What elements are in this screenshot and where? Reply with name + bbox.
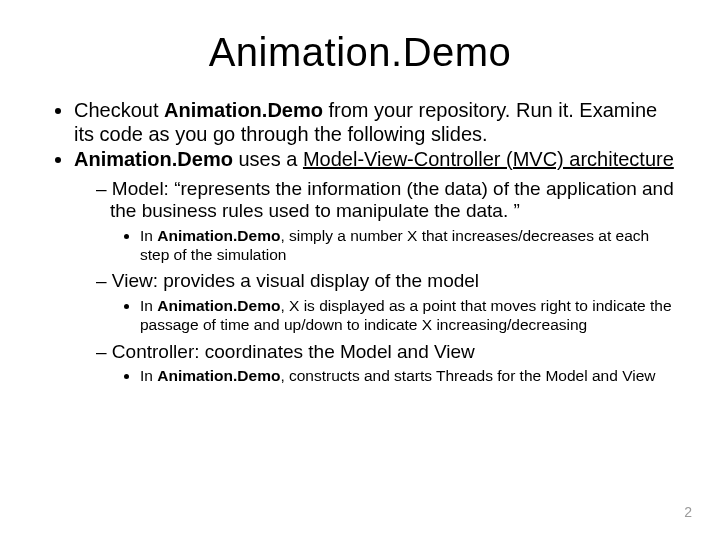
sub-label: Controller: — [112, 341, 205, 362]
detail-controller: In Animation.Demo, constructs and starts… — [140, 367, 680, 386]
text-bold: Animation.Demo — [157, 367, 280, 384]
detail-list: In Animation.Demo, X is displayed as a p… — [110, 297, 680, 335]
bullet-list: Checkout Animation.Demo from your reposi… — [40, 99, 680, 386]
text: Checkout — [74, 99, 164, 121]
text: provides a visual display of the model — [163, 270, 479, 291]
slide: Animation.Demo Checkout Animation.Demo f… — [0, 0, 720, 540]
detail-list: In Animation.Demo, simply a number X tha… — [110, 227, 680, 265]
detail-model: In Animation.Demo, simply a number X tha… — [140, 227, 680, 265]
sub-model: Model: “represents the information (the … — [96, 178, 680, 265]
text: coordinates the Model and View — [205, 341, 475, 362]
text: “represents the information (the data) o… — [110, 178, 674, 221]
text: In — [140, 367, 157, 384]
sub-list: Model: “represents the information (the … — [74, 178, 680, 386]
text-bold: Animation.Demo — [164, 99, 323, 121]
text-bold: Animation.Demo — [157, 227, 280, 244]
bullet-checkout: Checkout Animation.Demo from your reposi… — [74, 99, 680, 146]
text: uses a — [233, 148, 303, 170]
bullet-mvc: Animation.Demo uses a Model-View-Control… — [74, 148, 680, 386]
detail-list: In Animation.Demo, constructs and starts… — [110, 367, 680, 386]
slide-title: Animation.Demo — [40, 30, 680, 75]
detail-view: In Animation.Demo, X is displayed as a p… — [140, 297, 680, 335]
link-mvc[interactable]: Model-View-Controller (MVC) architecture — [303, 148, 674, 170]
text-bold: Animation.Demo — [157, 297, 280, 314]
sub-view: View: provides a visual display of the m… — [96, 270, 680, 334]
text: In — [140, 227, 157, 244]
sub-label: Model: — [112, 178, 174, 199]
text: , constructs and starts Threads for the … — [280, 367, 655, 384]
sub-label: View: — [112, 270, 163, 291]
page-number: 2 — [684, 504, 692, 520]
sub-controller: Controller: coordinates the Model and Vi… — [96, 341, 680, 386]
text: In — [140, 297, 157, 314]
text-bold: Animation.Demo — [74, 148, 233, 170]
